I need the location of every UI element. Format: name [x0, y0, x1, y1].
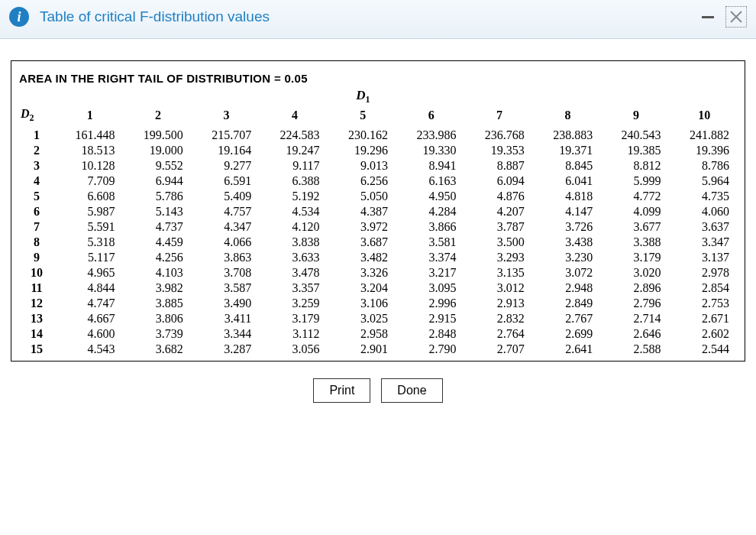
table-cell: 6.591	[192, 174, 260, 188]
table-cell: 3.179	[602, 251, 670, 264]
super-header-row: D1	[18, 88, 738, 105]
table-cell: 241.882	[670, 128, 738, 142]
col-header: 9	[602, 107, 670, 127]
table-cell: 4.103	[124, 266, 192, 280]
table-cell: 4.099	[602, 205, 670, 219]
table-caption: AREA IN THE RIGHT TAIL OF DISTRIBUTION =…	[19, 72, 738, 85]
table-cell: 2.958	[329, 327, 397, 341]
table-cell: 19.000	[124, 144, 192, 157]
table-cell: 3.137	[670, 251, 738, 264]
table-cell: 3.204	[329, 281, 397, 295]
table-cell: 3.179	[260, 312, 328, 326]
table-cell: 3.982	[124, 281, 192, 295]
table-cell: 2.544	[670, 342, 738, 356]
table-cell: 19.247	[260, 144, 328, 157]
table-cell: 3.326	[329, 266, 397, 280]
minimize-icon	[702, 16, 714, 18]
table-cell: 3.135	[465, 266, 533, 280]
table-cell: 2.699	[534, 327, 602, 341]
table-cell: 224.583	[260, 128, 328, 142]
table-cell: 4.459	[124, 235, 192, 249]
print-button[interactable]: Print	[313, 378, 370, 403]
table-cell: 3.687	[329, 235, 397, 249]
col-header: 5	[329, 107, 397, 127]
table-cell: 3.411	[192, 312, 260, 326]
table-cell: 2.790	[397, 342, 465, 356]
table-cell: 3.478	[260, 266, 328, 280]
col-header: 6	[397, 107, 465, 127]
table-cell: 3.863	[192, 251, 260, 264]
table-cell: 4.965	[56, 266, 124, 280]
table-cell: 5.117	[56, 251, 124, 264]
table-cell: 3.490	[192, 297, 260, 310]
table-cell: 5.318	[56, 235, 124, 249]
table-cell: 4.735	[670, 190, 738, 203]
table-cell: 4.284	[397, 205, 465, 219]
table-cell: 3.293	[465, 251, 533, 264]
table-cell: 6.094	[465, 174, 533, 188]
table-cell: 19.385	[602, 144, 670, 157]
dialog-button-row: Print Done	[11, 378, 745, 403]
table-cell: 4.600	[56, 327, 124, 341]
table-cell: 5.143	[124, 205, 192, 219]
info-icon: i	[9, 7, 29, 27]
table-cell: 2.767	[534, 312, 602, 326]
table-cell: 5.050	[329, 190, 397, 203]
table-cell: 3.357	[260, 281, 328, 295]
table-cell: 9.277	[192, 159, 260, 173]
table-cell: 19.353	[465, 144, 533, 157]
table-cell: 2.764	[465, 327, 533, 341]
row-label: 8	[18, 235, 56, 249]
table-cell: 2.915	[397, 312, 465, 326]
table-cell: 4.543	[56, 342, 124, 356]
table-cell: 3.012	[465, 281, 533, 295]
table-cell: 3.708	[192, 266, 260, 280]
close-button[interactable]	[725, 6, 747, 28]
table-cell: 3.838	[260, 235, 328, 249]
table-cell: 9.013	[329, 159, 397, 173]
table-cell: 4.737	[124, 220, 192, 234]
table-cell: 8.887	[465, 159, 533, 173]
table-cell: 9.552	[124, 159, 192, 173]
table-cell: 8.941	[397, 159, 465, 173]
window-controls	[699, 6, 747, 28]
done-button[interactable]: Done	[381, 378, 442, 403]
minimize-button[interactable]	[699, 8, 716, 25]
table-cell: 5.786	[124, 190, 192, 203]
row-label: 7	[18, 220, 56, 234]
table-cell: 3.438	[534, 235, 602, 249]
row-label: 4	[18, 174, 56, 188]
table-cell: 6.041	[534, 174, 602, 188]
table-cell: 199.500	[124, 128, 192, 142]
table-cell: 2.996	[397, 297, 465, 310]
table-cell: 4.747	[56, 297, 124, 310]
table-cell: 4.950	[397, 190, 465, 203]
table-cell: 3.020	[602, 266, 670, 280]
table-cell: 19.164	[192, 144, 260, 157]
table-cell: 2.796	[602, 297, 670, 310]
table-cell: 3.726	[534, 220, 602, 234]
table-cell: 2.602	[670, 327, 738, 341]
table-cell: 3.633	[260, 251, 328, 264]
table-cell: 8.812	[602, 159, 670, 173]
table-cell: 6.163	[397, 174, 465, 188]
row-label: 9	[18, 251, 56, 264]
f-table-frame: AREA IN THE RIGHT TAIL OF DISTRIBUTION =…	[11, 60, 745, 362]
table-cell: 2.707	[465, 342, 533, 356]
table-cell: 6.256	[329, 174, 397, 188]
d2-label: D2	[18, 107, 56, 127]
table-cell: 2.896	[602, 281, 670, 295]
col-header: 1	[56, 107, 124, 127]
table-cell: 2.753	[670, 297, 738, 310]
table-cell: 6.608	[56, 190, 124, 203]
table-cell: 2.832	[465, 312, 533, 326]
table-cell: 3.787	[465, 220, 533, 234]
row-label: 11	[18, 281, 56, 295]
table-cell: 4.060	[670, 205, 738, 219]
table-cell: 4.256	[124, 251, 192, 264]
table-cell: 3.677	[602, 220, 670, 234]
col-header: 7	[465, 107, 533, 127]
row-label: 10	[18, 266, 56, 280]
table-cell: 5.409	[192, 190, 260, 203]
table-cell: 2.588	[602, 342, 670, 356]
